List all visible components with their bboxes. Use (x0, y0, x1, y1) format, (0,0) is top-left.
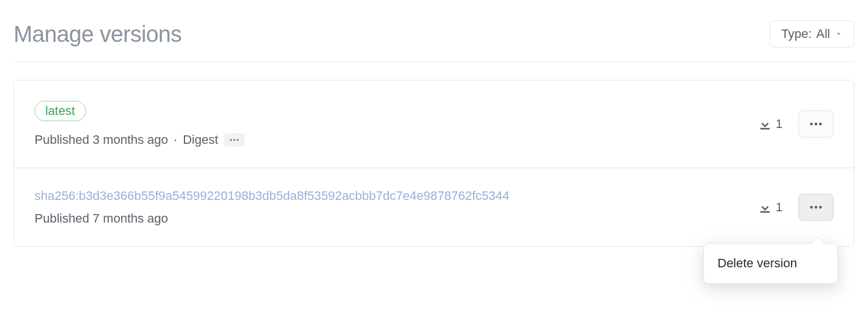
type-filter-label: Type: (781, 27, 812, 41)
svg-point-10 (819, 206, 822, 209)
version-meta: Published 7 months ago (35, 211, 747, 226)
svg-rect-3 (760, 128, 770, 130)
ellipsis-icon (229, 138, 239, 142)
digest-ellipsis-chip[interactable] (224, 133, 244, 147)
published-text: Published 7 months ago (35, 211, 168, 226)
page-header: Manage versions Type: All (14, 20, 854, 62)
chevron-down-icon (835, 30, 843, 38)
kebab-icon (810, 206, 822, 209)
delete-version-menu-item[interactable]: Delete version (704, 251, 837, 275)
svg-point-5 (815, 123, 818, 126)
download-count-value: 1 (776, 200, 783, 215)
download-icon (759, 118, 771, 130)
version-info: latest Published 3 months ago · Digest (35, 101, 747, 147)
version-tag-badge[interactable]: latest (35, 101, 86, 121)
type-filter-value: All (817, 27, 830, 41)
svg-point-8 (810, 206, 813, 209)
svg-point-0 (230, 139, 232, 141)
page-title: Manage versions (14, 22, 182, 47)
published-text: Published 3 months ago (35, 133, 168, 147)
svg-point-2 (237, 139, 239, 141)
version-actions-dropdown: Delete version (703, 243, 838, 284)
version-actions-menu-button[interactable] (798, 110, 833, 138)
version-actions: 1 (759, 194, 833, 221)
svg-point-9 (815, 206, 818, 209)
meta-separator: · (174, 133, 177, 147)
svg-point-6 (819, 123, 822, 126)
download-count-value: 1 (776, 117, 783, 131)
version-actions: 1 (759, 110, 833, 138)
type-filter-button[interactable]: Type: All (770, 20, 854, 48)
version-meta: Published 3 months ago · Digest (35, 133, 747, 147)
version-row: latest Published 3 months ago · Digest 1 (14, 80, 854, 168)
svg-point-4 (810, 123, 813, 126)
svg-rect-7 (760, 211, 770, 213)
download-count: 1 (759, 117, 783, 131)
version-row: sha256:b3d3e366b55f9a54599220198b3db5da8… (14, 168, 854, 246)
digest-label: Digest (183, 133, 218, 147)
download-icon (759, 201, 771, 213)
kebab-icon (810, 122, 822, 126)
version-info: sha256:b3d3e366b55f9a54599220198b3db5da8… (35, 189, 747, 226)
download-count: 1 (759, 200, 783, 215)
version-sha-link[interactable]: sha256:b3d3e366b55f9a54599220198b3db5da8… (35, 189, 747, 203)
svg-point-1 (233, 139, 235, 141)
version-actions-menu-button[interactable] (798, 194, 833, 221)
versions-list: latest Published 3 months ago · Digest 1… (14, 80, 854, 247)
